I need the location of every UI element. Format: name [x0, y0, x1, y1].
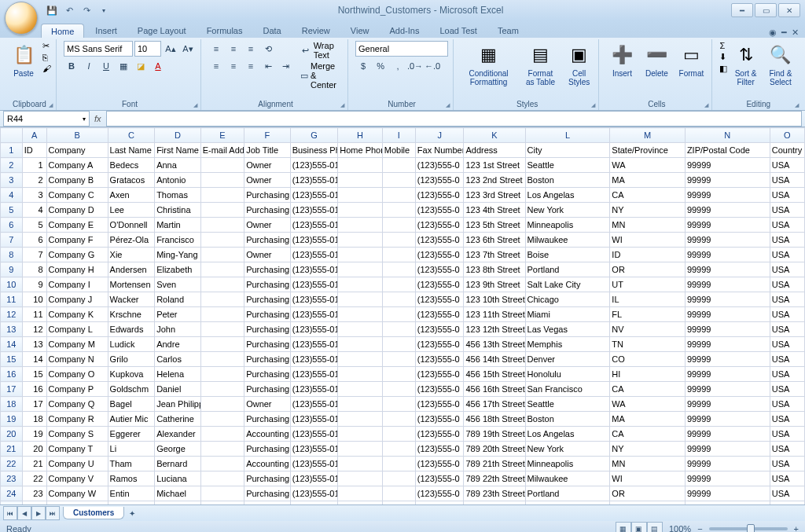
conditional-formatting-button[interactable]: ▦Conditional Formatting	[461, 41, 516, 88]
tab-load-test[interactable]: Load Test	[430, 24, 487, 38]
cell[interactable]: Pérez-Ola	[108, 233, 155, 248]
cell[interactable]	[338, 262, 382, 277]
tab-nav-next-icon[interactable]: ▶	[31, 506, 46, 520]
cell[interactable]: Purchasing	[244, 322, 291, 337]
cell[interactable]	[200, 233, 244, 248]
cell[interactable]	[382, 382, 415, 397]
cell[interactable]: 123 4th Street	[464, 203, 525, 218]
cell[interactable]	[200, 397, 244, 412]
cell[interactable]: 456 17th Street	[464, 397, 525, 412]
cell[interactable]: George	[155, 442, 201, 457]
cell[interactable]: FL	[610, 307, 686, 322]
cell[interactable]: 4	[22, 203, 46, 218]
cell[interactable]: Purchasing	[244, 486, 291, 501]
cell[interactable]: Purchasing	[244, 382, 291, 397]
cell[interactable]: 789 19th Street	[464, 427, 525, 442]
copy-icon[interactable]: ⎘	[42, 53, 51, 62]
row-header-15[interactable]: 15	[1, 352, 23, 367]
cell[interactable]: (123)555-0	[415, 158, 464, 173]
col-header-A[interactable]: A	[22, 128, 46, 143]
cell[interactable]: Michael	[155, 486, 201, 501]
cell[interactable]: 123 3rd Street	[464, 188, 525, 203]
increase-indent-icon[interactable]: ⇥	[278, 58, 293, 74]
cell[interactable]: Company D	[46, 203, 108, 218]
cell[interactable]: Company R	[46, 412, 108, 427]
cell[interactable]: Mobile	[382, 143, 415, 158]
cell[interactable]: Francisco	[155, 233, 201, 248]
cell[interactable]: 456 15th Street	[464, 367, 525, 382]
cell[interactable]: Company Q	[46, 397, 108, 412]
save-icon[interactable]: 💾	[46, 4, 58, 17]
cell[interactable]: Owner	[244, 501, 291, 505]
cell[interactable]: Luciana	[155, 471, 201, 486]
cell[interactable]	[200, 501, 244, 505]
cell[interactable]: Boston	[525, 173, 610, 188]
cell[interactable]: 456 14th Street	[464, 352, 525, 367]
cell[interactable]: Martin	[155, 218, 201, 233]
cell[interactable]: IL	[610, 292, 686, 307]
cell[interactable]: 123 8th Street	[464, 262, 525, 277]
cell[interactable]	[382, 412, 415, 427]
cell[interactable]: Xie	[108, 248, 155, 262]
cell[interactable]: Los Angelas	[525, 427, 610, 442]
cell[interactable]	[338, 292, 382, 307]
cell[interactable]: (123)555-0100	[290, 501, 338, 505]
cell[interactable]	[382, 471, 415, 486]
cell[interactable]: USA	[770, 262, 804, 277]
cell[interactable]: 8	[22, 262, 46, 277]
row-header-18[interactable]: 18	[1, 397, 23, 412]
cell[interactable]: Memphis	[525, 337, 610, 352]
cell[interactable]: (123)555-0100	[290, 203, 338, 218]
cell[interactable]: 789 22th Street	[464, 471, 525, 486]
cell[interactable]: Purchasing	[244, 367, 291, 382]
cell[interactable]	[200, 158, 244, 173]
orientation-icon[interactable]: ⟲	[260, 41, 276, 57]
cell[interactable]: State/Province	[610, 143, 686, 158]
cell[interactable]	[382, 277, 415, 292]
maximize-button[interactable]: ▭	[755, 3, 777, 17]
cell[interactable]: Kupkova	[108, 367, 155, 382]
cell[interactable]	[200, 262, 244, 277]
cell[interactable]: (123)555-0	[415, 457, 464, 471]
cell[interactable]	[382, 457, 415, 471]
cell[interactable]: Company P	[46, 382, 108, 397]
view-pagelayout-icon[interactable]: ▣	[631, 522, 647, 532]
cell[interactable]: (123)555-0100	[290, 233, 338, 248]
cell[interactable]: Company K	[46, 307, 108, 322]
cell[interactable]: (123)555-0100	[290, 397, 338, 412]
cell[interactable]: Anna	[155, 158, 201, 173]
row-header-14[interactable]: 14	[1, 337, 23, 352]
cell[interactable]: USA	[770, 367, 804, 382]
cell[interactable]: 1	[22, 158, 46, 173]
cell[interactable]: 10	[22, 292, 46, 307]
cell[interactable]: Company L	[46, 322, 108, 337]
row-header-17[interactable]: 17	[1, 382, 23, 397]
cell[interactable]	[338, 486, 382, 501]
cell[interactable]	[382, 486, 415, 501]
cell[interactable]	[382, 262, 415, 277]
cell[interactable]: 24	[22, 501, 46, 505]
cell[interactable]: ID	[610, 248, 686, 262]
grow-font-icon[interactable]: A▴	[163, 41, 178, 57]
cell[interactable]: 123 2nd Street	[464, 173, 525, 188]
cell[interactable]: Mortensen	[108, 277, 155, 292]
cell[interactable]: USA	[770, 457, 804, 471]
clear-icon[interactable]: ◧	[719, 64, 727, 74]
col-header-C[interactable]: C	[108, 128, 155, 143]
col-header-L[interactable]: L	[525, 128, 610, 143]
row-header-22[interactable]: 22	[1, 457, 23, 471]
sheet-tab-customers[interactable]: Customers	[63, 507, 124, 519]
cell[interactable]	[338, 471, 382, 486]
cell[interactable]	[338, 248, 382, 262]
cell[interactable]: 456 16th Street	[464, 382, 525, 397]
cell[interactable]: USA	[770, 322, 804, 337]
cell[interactable]: O'Donnell	[108, 218, 155, 233]
cell[interactable]: Minneapolis	[525, 457, 610, 471]
cell[interactable]: (123)555-0	[415, 248, 464, 262]
cell[interactable]: (123)555-0100	[290, 173, 338, 188]
cell[interactable]: Country	[770, 143, 804, 158]
cell[interactable]: Ming-Yang	[155, 248, 201, 262]
cell[interactable]	[200, 471, 244, 486]
cell[interactable]: 123 12th Street	[464, 322, 525, 337]
cell[interactable]: (123)555-0	[415, 412, 464, 427]
